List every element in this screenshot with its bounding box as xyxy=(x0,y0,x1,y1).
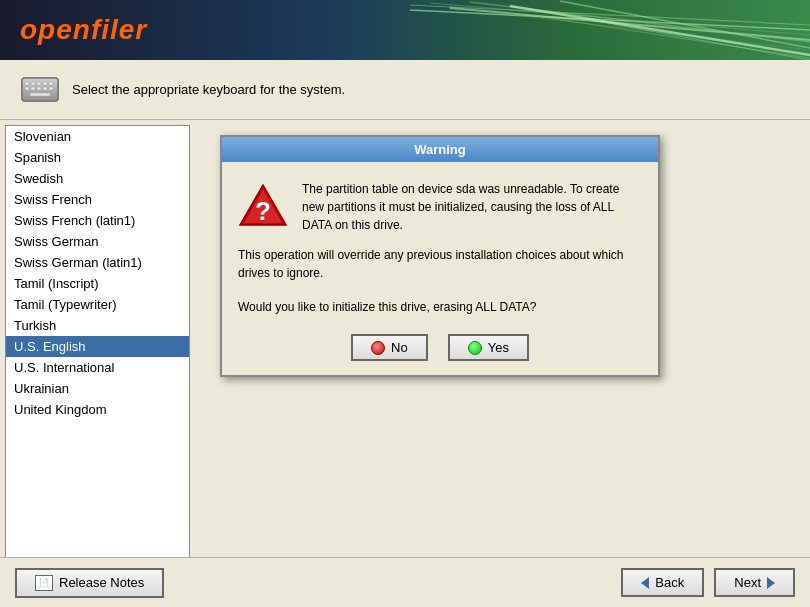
content-area: SlovenianSpanishSwedishSwiss FrenchSwiss… xyxy=(0,120,810,557)
list-item[interactable]: U.S. English xyxy=(6,336,189,357)
nav-buttons: Back Next xyxy=(621,568,795,597)
warning-triangle-icon: ? xyxy=(238,180,288,230)
list-item[interactable]: Swiss German xyxy=(6,231,189,252)
list-item[interactable]: Swedish xyxy=(6,168,189,189)
main-content: Select the appropriate keyboard for the … xyxy=(0,60,810,607)
list-item[interactable]: United Kingdom xyxy=(6,399,189,420)
list-item[interactable]: Turkish xyxy=(6,315,189,336)
header-decoration xyxy=(310,0,810,60)
svg-text:?: ? xyxy=(255,196,271,226)
warning-body: ? The partition table on device sda was … xyxy=(222,162,658,375)
svg-rect-17 xyxy=(25,87,29,90)
svg-rect-15 xyxy=(43,82,47,85)
svg-line-6 xyxy=(510,6,810,55)
svg-rect-16 xyxy=(49,82,53,85)
release-notes-button[interactable]: 📄 Release Notes xyxy=(15,568,164,598)
warning-title: Warning xyxy=(222,137,658,162)
right-area: Warning ? The partition table on device … xyxy=(190,120,810,557)
release-notes-label: Release Notes xyxy=(59,575,144,590)
warning-buttons: No Yes xyxy=(238,334,642,361)
next-arrow-icon xyxy=(767,577,775,589)
back-arrow-icon xyxy=(641,577,649,589)
back-button[interactable]: Back xyxy=(621,568,704,597)
warning-dialog: Warning ? The partition table on device … xyxy=(220,135,660,377)
yes-button[interactable]: Yes xyxy=(448,334,529,361)
warning-extra: This operation will override any previou… xyxy=(238,246,642,282)
warning-question: Would you like to initialize this drive,… xyxy=(238,298,642,316)
svg-rect-20 xyxy=(43,87,47,90)
no-button[interactable]: No xyxy=(351,334,428,361)
release-notes-icon: 📄 xyxy=(35,575,53,591)
instruction-text: Select the appropriate keyboard for the … xyxy=(72,82,345,97)
back-label: Back xyxy=(655,575,684,590)
bottom-bar: 📄 Release Notes Back Next xyxy=(0,557,810,607)
warning-text: The partition table on device sda was un… xyxy=(302,180,642,234)
no-icon xyxy=(371,341,385,355)
next-button[interactable]: Next xyxy=(714,568,795,597)
warning-content: ? The partition table on device sda was … xyxy=(238,180,642,234)
list-item[interactable]: Swiss French (latin1) xyxy=(6,210,189,231)
svg-rect-14 xyxy=(37,82,41,85)
list-item[interactable]: Spanish xyxy=(6,147,189,168)
keyboard-icon xyxy=(20,72,60,107)
logo: openfiler xyxy=(20,14,147,46)
svg-rect-13 xyxy=(31,82,35,85)
list-item[interactable]: U.S. International xyxy=(6,357,189,378)
logo-accent: open xyxy=(20,14,91,45)
yes-label: Yes xyxy=(488,340,509,355)
svg-rect-18 xyxy=(31,87,35,90)
no-label: No xyxy=(391,340,408,355)
instruction-bar: Select the appropriate keyboard for the … xyxy=(0,60,810,120)
warning-line1: The partition table on device sda was un… xyxy=(302,182,619,232)
list-item[interactable]: Ukrainian xyxy=(6,378,189,399)
logo-text: filer xyxy=(91,14,147,45)
list-item[interactable]: Swiss German (latin1) xyxy=(6,252,189,273)
svg-rect-19 xyxy=(37,87,41,90)
yes-icon xyxy=(468,341,482,355)
keyboard-list[interactable]: SlovenianSpanishSwedishSwiss FrenchSwiss… xyxy=(5,125,190,557)
next-label: Next xyxy=(734,575,761,590)
list-item[interactable]: Swiss French xyxy=(6,189,189,210)
list-item[interactable]: Tamil (Inscript) xyxy=(6,273,189,294)
svg-rect-12 xyxy=(25,82,29,85)
svg-rect-21 xyxy=(49,87,53,90)
svg-rect-22 xyxy=(30,93,50,96)
header: openfiler xyxy=(0,0,810,60)
list-item[interactable]: Tamil (Typewriter) xyxy=(6,294,189,315)
list-item[interactable]: Slovenian xyxy=(6,126,189,147)
